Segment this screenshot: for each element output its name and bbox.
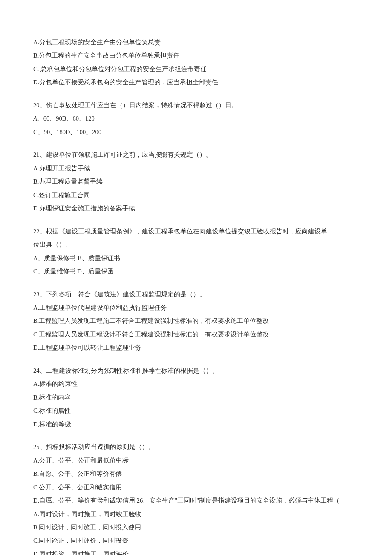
q25-stem: 25、招标投标活动应当遵循的原则是（）。 [33, 442, 366, 451]
q25-option-a: A.公开、公平、公正和最低价中标 [33, 456, 366, 465]
q26-option-b: B.同时设计，同时施工，同时投入使用 [33, 523, 366, 532]
q21-stem: 21、建设单位在领取施工许可证之前，应当按照有关规定（）。 [33, 150, 366, 159]
q24-stem: 24、工程建设标准划分为强制性标准和推荐性标准的根据是（）。 [33, 366, 366, 375]
q22-options-row2: C、质量维修书 D、质量保函 [33, 267, 366, 276]
q22-stem-line1: 22、根据《建设工程质量管理条例》，建设工程承包单位在向建设单位提交竣工验收报告… [33, 227, 366, 236]
q26-option-c: C.同时论证，同时评价，同时投资 [33, 536, 366, 545]
q25-option-d-and-q26-stem: D.自愿、公平、等价有偿和诚实信用 26、安全生产"三同时"制度是指建设项目的安… [33, 496, 366, 505]
q20-stem: 20、伤亡事故处理工作应当在（）日内结案，特殊情况不得超过（）日。 [33, 101, 366, 110]
q22-stem-line2: 位出具（）。 [33, 240, 366, 249]
q19-option-c: C. 总承包单位和分包单位对分包工程的安全生产承担连带责任 [33, 64, 366, 74]
q21-option-a: A.办理开工报告手续 [33, 164, 366, 173]
q24-option-c: C.标准的属性 [33, 406, 366, 415]
q20-row1-rest: 、60、90B、60、120 [37, 115, 95, 122]
q23-option-a: A.工程监理单位代理建设单位利益执行监理任务 [33, 303, 366, 312]
q26-option-d: D.同时投资，同时施工，同时评价 [33, 549, 366, 555]
q19-option-a: A.分包工程现场的安全生产由分包单位负总责 [33, 37, 366, 47]
q26-option-a: A.同时设计，同时施工，同时竣工验收 [33, 509, 366, 519]
q21-option-b: B.办理工程质量监督手续 [33, 177, 366, 186]
q19-option-d: D.分包单位不接受总承包商的安全生产管理的，应当承担全部责任 [33, 78, 366, 87]
q22-options-row1: A、质量保修书 B、质量保证书 [33, 253, 366, 263]
q21-option-c: C.签订工程施工合同 [33, 190, 366, 200]
page-body: A.分包工程现场的安全生产由分包单位负总责 B.分包工程的生产安全事故由分包单位… [0, 0, 392, 555]
q20-options-row2: C、90、180D、100、200 [33, 127, 366, 137]
q20-row1-prefix: A [33, 115, 37, 122]
q19-option-b: B.分包工程的生产安全事故由分包单位单独承担责任 [33, 51, 366, 60]
q23-stem: 23、下列各项，符合《建筑法》建设工程监理规定的是（）。 [33, 290, 366, 299]
q21-option-d: D.办理保证安全施工措施的备案手续 [33, 204, 366, 213]
q23-option-c: C.工程监理人员发现工程设计不符合工程建设强制性标准的，有权要求设计单位整改 [33, 330, 366, 339]
q25-option-c: C.公开、公平、公正和诚实信用 [33, 483, 366, 492]
q23-option-d: D.工程监理单位可以转让工程监理业务 [33, 343, 366, 352]
q24-option-d: D,标准的等级 [33, 420, 366, 429]
q24-option-a: A.标准的约束性 [33, 379, 366, 388]
q24-option-b: B.标准的内容 [33, 393, 366, 402]
q25-option-b: B.自愿、公平、公正和等价有偿 [33, 469, 366, 478]
q20-options-row1: A、60、90B、60、120 [33, 114, 366, 123]
q23-option-b: B.工程监理人员发现工程施工不符合工程建设强制性标准的，有权要求施工单位整改 [33, 316, 366, 325]
